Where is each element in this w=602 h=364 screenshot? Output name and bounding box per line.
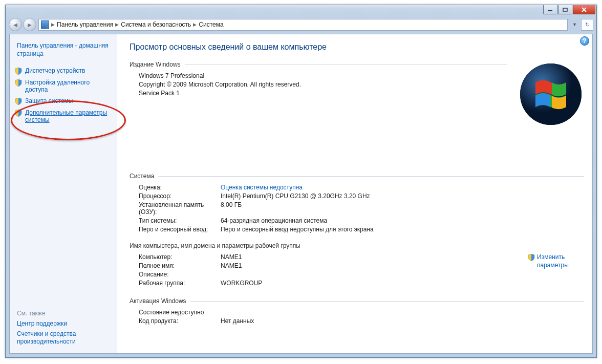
property-key: Перо и сенсорный ввод:	[139, 226, 221, 233]
edition-line: Service Pack 1	[139, 90, 507, 97]
property-row: Установленная память (ОЗУ):8,00 ГБ	[139, 201, 584, 216]
shield-icon	[15, 68, 22, 75]
property-key: Оценка:	[139, 184, 221, 191]
property-row: Оценка:Оценка системы недоступна	[139, 184, 584, 191]
sidebar-item-remote-settings[interactable]: Настройка удаленного доступа	[15, 79, 111, 93]
see-also-title: См. также	[17, 310, 111, 317]
property-key: Код продукта:	[139, 317, 221, 325]
windows-logo	[518, 61, 584, 127]
edition-line: Copyright © 2009 Microsoft Corporation. …	[139, 81, 507, 88]
edition-line: Windows 7 Professional	[139, 72, 507, 79]
section-windows-edition: Издание Windows Windows 7 Professional C…	[130, 61, 584, 163]
chevron-right-icon: ▶	[115, 22, 119, 27]
breadcrumb[interactable]: Панель управления	[57, 21, 113, 28]
navigation-row: ◄ ► ▶ Панель управления ▶ Система и безо…	[6, 16, 596, 33]
chevron-right-icon: ▶	[193, 22, 197, 27]
property-value: Оценка системы недоступна	[221, 184, 584, 191]
section-title: Издание Windows	[130, 61, 181, 68]
close-button[interactable]	[573, 5, 595, 14]
minimize-button[interactable]	[543, 5, 557, 14]
refresh-button[interactable]: ↻	[581, 19, 593, 31]
system-properties-window: ◄ ► ▶ Панель управления ▶ Система и безо…	[5, 5, 597, 358]
sidebar-item-advanced-settings[interactable]: Дополнительные параметры системы	[15, 109, 111, 123]
see-also-link-action-center[interactable]: Центр поддержки	[17, 320, 111, 328]
page-title: Просмотр основных сведений о вашем компь…	[130, 42, 584, 52]
divider	[158, 176, 584, 177]
property-value: 8,00 ГБ	[221, 201, 584, 208]
property-row: Рабочая группа:WORKGROUP	[139, 280, 584, 287]
sidebar-item-device-manager[interactable]: Диспетчер устройств	[15, 67, 111, 75]
chevron-right-icon: ▶	[51, 22, 55, 27]
shield-icon	[528, 254, 535, 261]
see-also-section: См. также Центр поддержки Счетчики и сре…	[15, 305, 111, 348]
title-bar	[6, 5, 596, 16]
sidebar: Панель управления - домашняя страница Ди…	[10, 34, 117, 353]
control-panel-icon	[41, 20, 49, 29]
shield-icon	[15, 110, 22, 117]
property-value: Intel(R) Pentium(R) CPU G2130 @ 3.20GHz …	[221, 192, 584, 200]
property-value: Перо и сенсорный ввод недоступны для это…	[221, 226, 584, 233]
svg-rect-0	[548, 10, 552, 11]
property-value: NAME1	[221, 262, 528, 269]
section-activation: Активация Windows Состояние недоступноКо…	[130, 297, 584, 325]
property-row: Компьютер:NAME1	[139, 253, 528, 261]
property-row: Перо и сенсорный ввод:Перо и сенсорный в…	[139, 226, 584, 233]
property-row: Тип системы:64-разрядная операционная си…	[139, 217, 584, 224]
change-settings-link[interactable]: Изменить параметры	[528, 253, 584, 269]
divider	[185, 65, 507, 65]
property-row: Описание:	[139, 271, 584, 278]
property-value: 64-разрядная операционная система	[221, 217, 584, 224]
divider	[190, 301, 584, 302]
maximize-button[interactable]	[558, 5, 572, 14]
property-value: WORKGROUP	[221, 280, 584, 287]
forward-button[interactable]: ►	[23, 18, 36, 31]
sidebar-item-system-protection[interactable]: Защита системы	[15, 97, 111, 105]
section-title: Имя компьютера, имя домена и параметры р…	[130, 242, 300, 249]
sidebar-item-label: Диспетчер устройств	[25, 67, 85, 74]
svg-rect-1	[563, 8, 567, 11]
sidebar-item-label: Настройка удаленного доступа	[25, 79, 111, 93]
property-key: Процессор:	[139, 192, 221, 200]
property-row: Код продукта:Нет данных	[139, 317, 584, 325]
section-title: Система	[130, 173, 154, 180]
shield-icon	[15, 79, 22, 87]
see-also-link-perf-tools[interactable]: Счетчики и средства производительности	[17, 330, 111, 346]
section-computer-domain: Имя компьютера, имя домена и параметры р…	[130, 242, 584, 288]
property-row: Процессор:Intel(R) Pentium(R) CPU G2130 …	[139, 192, 584, 200]
change-settings-label: Изменить параметры	[537, 253, 584, 269]
property-key: Компьютер:	[139, 253, 221, 261]
breadcrumb[interactable]: Система	[199, 21, 223, 28]
shield-icon	[15, 98, 22, 105]
property-value: NAME1	[221, 253, 528, 261]
property-key: Описание:	[139, 271, 221, 278]
sidebar-item-label: Дополнительные параметры системы	[25, 109, 111, 123]
property-key: Тип системы:	[139, 217, 221, 224]
property-value: Состояние недоступно	[139, 309, 584, 316]
client-area: Панель управления - домашняя страница Ди…	[9, 34, 593, 354]
divider	[305, 246, 584, 246]
control-panel-home-link[interactable]: Панель управления - домашняя страница	[17, 41, 111, 58]
sidebar-item-label: Защита системы	[25, 97, 73, 104]
help-button[interactable]: ?	[580, 36, 589, 46]
back-button[interactable]: ◄	[9, 18, 22, 31]
address-bar[interactable]: ▶ Панель управления ▶ Система и безопасн…	[38, 19, 568, 31]
property-value: Нет данных	[221, 317, 584, 325]
section-title: Активация Windows	[130, 297, 186, 305]
property-row: Полное имя:NAME1	[139, 262, 528, 269]
property-row: Состояние недоступно	[139, 309, 584, 316]
property-value-link[interactable]: Оценка системы недоступна	[221, 184, 303, 191]
breadcrumb[interactable]: Система и безопасность	[121, 21, 191, 28]
main-content: ? Просмотр основных сведений о вашем ком…	[117, 34, 592, 353]
section-system: Система Оценка:Оценка системы недоступна…	[130, 173, 584, 233]
property-key: Полное имя:	[139, 262, 221, 269]
address-dropdown[interactable]: ▼	[570, 19, 579, 31]
property-key: Установленная память (ОЗУ):	[139, 201, 221, 216]
property-key: Рабочая группа:	[139, 280, 221, 287]
